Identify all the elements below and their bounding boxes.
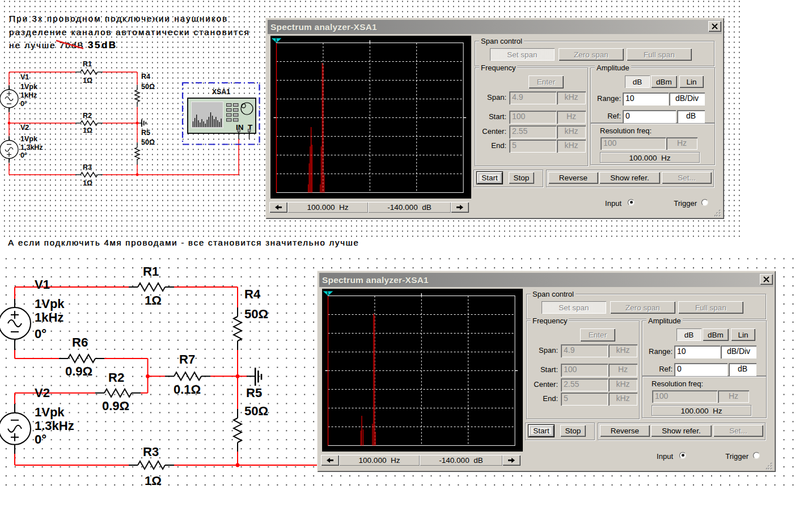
svg-text:0°: 0° [35, 432, 46, 446]
svg-text:XSA1: XSA1 [212, 88, 231, 96]
svg-text:50Ω: 50Ω [244, 404, 268, 418]
svg-text:1.3kHz: 1.3kHz [35, 419, 74, 433]
svg-text:1Ω: 1Ω [83, 179, 92, 187]
svg-text:1Vpk: 1Vpk [35, 297, 65, 311]
svg-text:R4: R4 [244, 287, 261, 301]
svg-text:R5: R5 [141, 129, 150, 137]
svg-text:V1: V1 [35, 277, 50, 292]
svg-text:1Vpk: 1Vpk [20, 135, 37, 143]
svg-text:0.9Ω: 0.9Ω [102, 399, 129, 413]
svg-text:1Vpk: 1Vpk [20, 83, 37, 91]
svg-text:R1: R1 [83, 60, 92, 68]
svg-text:1Ω: 1Ω [145, 474, 162, 488]
svg-text:V2: V2 [35, 386, 50, 400]
svg-text:0°: 0° [35, 327, 46, 341]
svg-text:1Ω: 1Ω [145, 293, 162, 307]
svg-text:R3: R3 [143, 445, 159, 459]
svg-text:50Ω: 50Ω [141, 83, 155, 91]
svg-text:1,3kHz: 1,3kHz [20, 144, 43, 151]
svg-text:1: 1 [327, 290, 329, 296]
svg-text:0.1Ω: 0.1Ω [174, 382, 201, 397]
svg-text:R6: R6 [72, 335, 88, 349]
svg-text:R7: R7 [179, 352, 195, 366]
svg-text:1: 1 [275, 37, 277, 43]
svg-text:R3: R3 [83, 163, 92, 171]
svg-text:R1: R1 [143, 264, 159, 279]
svg-text:V1: V1 [20, 73, 29, 81]
svg-text:R5: R5 [246, 386, 262, 400]
svg-text:V2: V2 [20, 124, 29, 132]
svg-text:1Vpk: 1Vpk [35, 405, 65, 419]
svg-text:0°: 0° [20, 151, 27, 159]
svg-text:1kHz: 1kHz [20, 91, 37, 99]
svg-text:R2: R2 [108, 370, 124, 385]
svg-text:0°: 0° [20, 100, 27, 108]
svg-text:1Ω: 1Ω [83, 126, 92, 134]
svg-text:1kHz: 1kHz [35, 310, 64, 324]
svg-text:50Ω: 50Ω [141, 138, 155, 146]
svg-text:0.9Ω: 0.9Ω [65, 364, 92, 378]
svg-text:R4: R4 [141, 73, 150, 81]
svg-text:R2: R2 [83, 112, 92, 120]
svg-text:50Ω: 50Ω [244, 307, 268, 321]
svg-text:1Ω: 1Ω [83, 77, 92, 85]
